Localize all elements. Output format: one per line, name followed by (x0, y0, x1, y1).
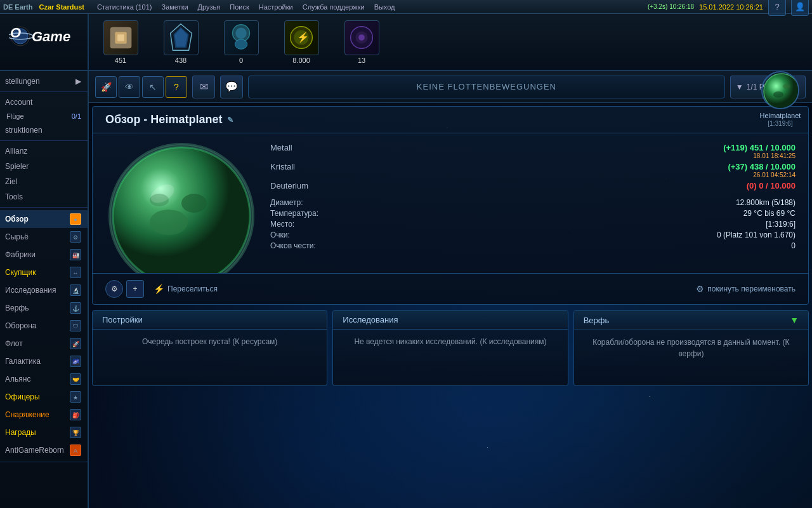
sidebar-obzor-label: Обзор (5, 215, 70, 224)
sidebar-fabriki-icon: 🏭 (70, 249, 81, 260)
svg-point-22 (783, 84, 790, 89)
sidebar-item-spieler[interactable]: Spieler (0, 159, 88, 174)
nav-notes[interactable]: Заметки (162, 3, 188, 11)
svg-text:⚡: ⚡ (297, 30, 310, 43)
datetime-display: 15.01.2022 10:26:21 (699, 3, 763, 11)
nav-statistics[interactable]: Статистика (101) (97, 3, 152, 11)
sidebar-collapse-icon: ▶ (75, 77, 81, 86)
planet-thumb-coords: [1:319:6] (768, 120, 793, 127)
sidebar-spieler-label: Spieler (5, 162, 81, 171)
planet-select-arrow: ▼ (736, 83, 743, 91)
nav-support[interactable]: Служба поддержки (303, 3, 365, 11)
add-planet-btn[interactable]: + (126, 280, 144, 298)
shipyard-panel: Верфь ▼ Корабли/оборона не производятся … (573, 310, 809, 386)
sidebar-nagrady-label: Награды (5, 428, 70, 437)
message-icon: ✉ (200, 81, 208, 93)
sidebar-collapse-section: stellungen ▶ (0, 71, 88, 92)
sidebar-item-verf[interactable]: Верфь ⚓ (0, 299, 88, 317)
main-content: Обзор - Heimatplanet ✎ (89, 103, 812, 508)
sidebar: stellungen ▶ Account Flüge 0/1 struktion… (0, 71, 89, 508)
sidebar-item-oborona[interactable]: Оборона 🛡 (0, 317, 88, 335)
sidebar-alyans-icon: 🤝 (70, 373, 81, 385)
nav-settings[interactable]: Настройки (259, 3, 293, 11)
sidebar-officery-icon: ★ (70, 391, 81, 403)
leave-rename-link[interactable]: ⚙ покинуть переименовать (696, 284, 796, 294)
sidebar-menu-section: Обзор ● Сырьё ⚙ Фабрики 🏭 Скупщик ↔ Иссл… (0, 208, 88, 462)
sidebar-flot-label: Флот (5, 339, 70, 348)
sidebar-item-snarjazenie[interactable]: Снаряжение 🎒 (0, 406, 88, 424)
rename-icon[interactable]: ✎ (227, 116, 233, 124)
sidebar-item-fabriki[interactable]: Фабрики 🏭 (0, 246, 88, 264)
help-button[interactable]: ? (768, 0, 786, 16)
svg-text:Game: Game (32, 29, 70, 44)
nav-eye-btn[interactable]: 👁 (119, 76, 140, 98)
metal-value: (+119) 451 / 10.000 (340, 143, 796, 152)
top-nav-links: Статистика (101) Заметки Друзья Поиск На… (97, 3, 641, 11)
sidebar-item-antigame[interactable]: AntiGameReborn A (0, 441, 88, 459)
sidebar-item-tools[interactable]: Tools (0, 189, 88, 204)
svg-point-18 (358, 34, 365, 41)
sidebar-snarjazenie-label: Снаряжение (5, 410, 70, 419)
crystal-label: Kristall (270, 162, 340, 171)
nav-rocket-btn[interactable]: 🚀 (95, 76, 117, 98)
sidebar-account-item[interactable]: Account (0, 95, 88, 110)
sidebar-item-allianz[interactable]: Allianz (0, 144, 88, 159)
crystal-value: (+37) 438 / 10.000 (340, 162, 796, 171)
shipyard-body: Корабли/оборона не производятся в данный… (574, 330, 808, 366)
sidebar-antigame-icon: A (70, 444, 81, 456)
planet-thumbnail[interactable]: Heimatplanet [1:319:6] (752, 71, 809, 127)
nav-search[interactable]: Поиск (230, 3, 249, 11)
sidebar-item-ziel[interactable]: Ziel (0, 174, 88, 189)
nav-help-btn[interactable]: ? (166, 76, 187, 98)
sidebar-item-flot[interactable]: Флот 🚀 (0, 335, 88, 352)
construction-header: Постройки (93, 311, 327, 330)
sidebar-issledovaniya-icon: 🔬 (70, 284, 81, 296)
construction-panel: Постройки Очередь построек пуста! (К рес… (92, 310, 327, 386)
resettle-link[interactable]: ⚡ Переселиться (154, 284, 218, 294)
settings-circle-btn[interactable]: ⚙ (105, 280, 123, 298)
points-value: 0 (Platz 101 von 1.670) (353, 231, 796, 239)
sidebar-item-officery[interactable]: Офицеры ★ (0, 388, 88, 406)
sidebar-ziel-label: Ziel (5, 177, 81, 186)
nav-friends[interactable]: Друзья (198, 3, 221, 11)
svg-rect-6 (117, 34, 124, 41)
sidebar-fabriki-label: Фабрики (5, 250, 70, 259)
research-title: Исследования (343, 315, 398, 324)
energy-count: 8.000 (292, 57, 310, 64)
overview-header: Обзор - Heimatplanet ✎ (93, 107, 808, 133)
construction-title: Постройки (102, 315, 143, 324)
logo-area: Game O (0, 14, 89, 71)
darkmatter-icon (344, 20, 379, 55)
sidebar-collapse-btn[interactable]: stellungen ▶ (0, 74, 88, 89)
sidebar-item-galaktika[interactable]: Галактика 🌌 (0, 352, 88, 370)
nav-cursor-btn[interactable]: ↖ (142, 76, 164, 98)
sidebar-item-alyans[interactable]: Альянс 🤝 (0, 370, 88, 388)
metal-label: Metall (270, 143, 340, 152)
sidebar-snarjazenie-icon: 🎒 (70, 409, 81, 420)
sidebar-konstruktionen[interactable]: struktionen (0, 123, 88, 138)
sidebar-item-syre[interactable]: Сырьё ⚙ (0, 228, 88, 246)
deuterium-count: 0 (239, 57, 243, 64)
sidebar-item-skupshik[interactable]: Скупщик ↔ (0, 264, 88, 281)
overview-panel: Обзор - Heimatplanet ✎ (92, 106, 809, 305)
honor-label: Очков чести: (270, 241, 353, 250)
message-button[interactable]: ✉ (192, 76, 215, 98)
server-label: DE Earth (3, 3, 32, 11)
sidebar-item-obzor[interactable]: Обзор ● (0, 210, 88, 228)
profile-button[interactable]: 👤 (791, 0, 809, 16)
sidebar-item-nagrady[interactable]: Награды 🏆 (0, 424, 88, 441)
location-row: Место: [1:319:6] (270, 220, 796, 229)
shipyard-text: Корабли/оборона не производятся в данный… (593, 338, 789, 358)
sidebar-item-issledovaniya[interactable]: Исследования 🔬 (0, 281, 88, 299)
fleet-movement-banner: KEINE FLOTTENBEWEGUNGEN (248, 76, 725, 98)
sidebar-oborona-label: Оборона (5, 321, 70, 330)
sidebar-flights[interactable]: Flüge 0/1 (0, 110, 88, 123)
top-bar-right: (+3.2s) 10:26:18 15.01.2022 10:26:21 ? 👤 (648, 0, 809, 16)
sidebar-allianz-label: Allianz (5, 147, 81, 156)
sidebar-flot-icon: 🚀 (70, 338, 81, 349)
nav-logout[interactable]: Выход (374, 3, 395, 11)
honor-value: 0 (353, 241, 796, 250)
sidebar-skupshik-icon: ↔ (70, 267, 81, 278)
chat-button[interactable]: 💬 (220, 76, 243, 98)
overview-metal-row: Metall (+119) 451 / 10.000 18.01 18:41:2… (270, 143, 796, 161)
